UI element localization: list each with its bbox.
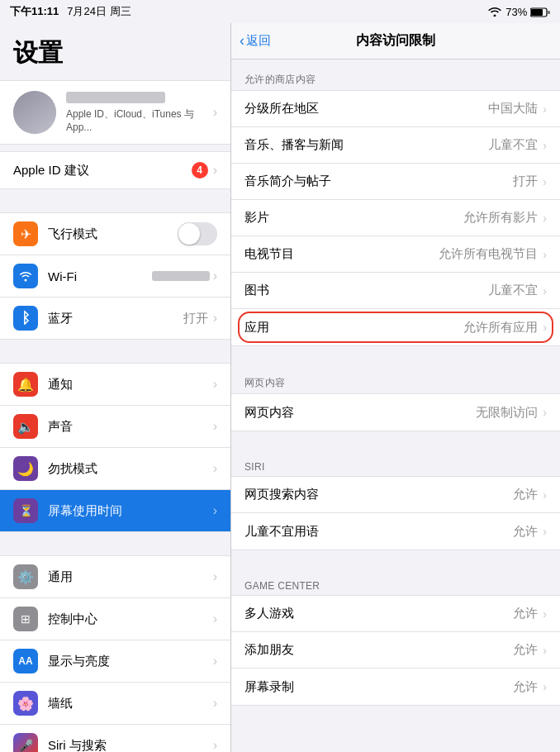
region-label: 分级所在地区	[244, 101, 488, 117]
screenrecord-value: 允许	[513, 679, 538, 695]
explicit-value: 允许	[513, 524, 538, 540]
explicit-label: 儿童不宜用语	[244, 524, 513, 540]
wifi-icon	[488, 7, 501, 17]
movies-label: 影片	[244, 210, 463, 226]
multiplayer-label: 多人游戏	[244, 606, 513, 621]
sidebar-item-siri[interactable]: 🎤 Siri 与搜索 ›	[0, 725, 230, 752]
content-row-music[interactable]: 音乐、播客与新闻 儿童不宜 ›	[231, 127, 560, 164]
nav-bar: ‹ 返回 内容访问限制	[231, 23, 560, 59]
content-group-store: 分级所在地区 中国大陆 › 音乐、播客与新闻 儿童不宜 › 音乐简介与帖子 打开…	[231, 90, 560, 346]
notification-label: 通知	[48, 377, 213, 393]
movies-chevron: ›	[543, 212, 547, 225]
settings-group-system: ⚙️ 通用 › ⊞ 控制中心 › AA 显示与亮度 › 🌸 墙纸 › 🎤 S	[0, 555, 230, 752]
siri-label: Siri 与搜索	[48, 738, 213, 753]
region-value: 中国大陆	[488, 101, 538, 117]
sidebar-item-bluetooth[interactable]: ᛒ 蓝牙 打开 ›	[0, 297, 230, 339]
books-chevron: ›	[543, 284, 547, 297]
content-row-multiplayer[interactable]: 多人游戏 允许 ›	[231, 596, 560, 632]
books-label: 图书	[244, 283, 488, 298]
display-icon: AA	[13, 649, 38, 673]
content-row-region[interactable]: 分级所在地区 中国大陆 ›	[231, 91, 560, 127]
apps-chevron: ›	[543, 321, 547, 334]
nav-back-label: 返回	[246, 33, 271, 49]
sidebar-item-airplane[interactable]: ✈ 飞行模式	[0, 213, 230, 255]
general-icon: ⚙️	[13, 564, 38, 589]
settings-group-connectivity: ✈ 飞行模式 Wi-Fi › ᛒ 蓝牙 打开 ›	[0, 212, 230, 340]
multiplayer-chevron: ›	[543, 607, 547, 621]
apps-value: 允许所有应用	[463, 320, 538, 336]
content-group-web: 网页内容 无限制访问 ›	[231, 393, 560, 431]
display-label: 显示与亮度	[48, 654, 213, 669]
bluetooth-value: 打开	[183, 311, 208, 326]
sound-icon: 🔈	[13, 414, 38, 439]
svg-rect-1	[531, 9, 543, 16]
status-left: 下午11:11 7月24日 周三	[10, 4, 131, 19]
suggestion-label: Apple ID 建议	[13, 163, 192, 178]
content-row-addfriend[interactable]: 添加朋友 允许 ›	[231, 632, 560, 669]
content-row-movies[interactable]: 影片 允许所有影片 ›	[231, 200, 560, 236]
sidebar-item-controlcenter[interactable]: ⊞ 控制中心 ›	[0, 598, 230, 640]
suggestion-row[interactable]: Apple ID 建议 4 ›	[0, 151, 230, 189]
bluetooth-label: 蓝牙	[48, 311, 183, 326]
wallpaper-icon: 🌸	[13, 691, 38, 716]
webcontent-chevron: ›	[543, 406, 547, 419]
music-value: 儿童不宜	[488, 137, 538, 153]
content-row-sirisearch[interactable]: 网页搜索内容 允许 ›	[231, 477, 560, 513]
battery-status: 73%	[505, 6, 550, 18]
display-chevron: ›	[213, 654, 217, 669]
wifi-setting-icon	[13, 264, 38, 288]
addfriend-chevron: ›	[543, 644, 547, 657]
sidebar-item-sound[interactable]: 🔈 声音 ›	[0, 406, 230, 448]
wifi-label: Wi-Fi	[48, 269, 152, 283]
status-right: 73%	[488, 6, 550, 18]
sirisearch-label: 网页搜索内容	[244, 487, 513, 502]
music-chevron: ›	[543, 139, 547, 152]
wifi-value-blur	[152, 271, 210, 281]
airplane-toggle[interactable]	[178, 222, 217, 245]
screenrecord-label: 屏幕录制	[244, 679, 513, 695]
movies-value: 允许所有影片	[463, 210, 538, 226]
screenrecord-chevron: ›	[543, 680, 547, 693]
suggestion-chevron: ›	[213, 163, 217, 178]
bluetooth-icon: ᛒ	[13, 306, 38, 331]
suggestion-badge: 4	[192, 162, 208, 178]
content-group-siri: 网页搜索内容 允许 › 儿童不宜用语 允许 ›	[231, 476, 560, 550]
content-row-webcontent[interactable]: 网页内容 无限制访问 ›	[231, 394, 560, 431]
tv-chevron: ›	[543, 248, 547, 261]
region-chevron: ›	[543, 102, 547, 116]
content-row-tv[interactable]: 电视节目 允许所有电视节目 ›	[231, 236, 560, 273]
sidebar-item-general[interactable]: ⚙️ 通用 ›	[0, 556, 230, 598]
content-row-books[interactable]: 图书 儿童不宜 ›	[231, 273, 560, 309]
content-row-musicprofile[interactable]: 音乐简介与帖子 打开 ›	[231, 164, 560, 200]
content-group-gamecenter: 多人游戏 允许 › 添加朋友 允许 › 屏幕录制 允许 ›	[231, 595, 560, 706]
sidebar-item-dnd[interactable]: 🌙 勿扰模式 ›	[0, 448, 230, 490]
section-header-siri: SIRI	[231, 455, 560, 476]
nav-back-button[interactable]: ‹ 返回	[240, 32, 271, 50]
wallpaper-label: 墙纸	[48, 696, 213, 712]
status-bar: 下午11:11 7月24日 周三 73%	[0, 0, 560, 23]
webcontent-value: 无限制访问	[476, 405, 538, 421]
apps-label: 应用	[244, 320, 463, 336]
music-label: 音乐、播客与新闻	[244, 137, 488, 153]
content-row-explicit[interactable]: 儿童不宜用语 允许 ›	[231, 513, 560, 550]
sidebar-item-screentime[interactable]: ⏳ 屏幕使用时间 ›	[0, 490, 230, 531]
tv-label: 电视节目	[244, 246, 439, 262]
siri-chevron: ›	[213, 738, 217, 752]
sidebar-item-notification[interactable]: 🔔 通知 ›	[0, 364, 230, 406]
settings-group-alerts: 🔔 通知 › 🔈 声音 › 🌙 勿扰模式 › ⏳ 屏幕使用时间 ›	[0, 363, 230, 532]
sidebar-item-display[interactable]: AA 显示与亮度 ›	[0, 640, 230, 683]
profile-info: Apple ID、iCloud、iTunes 与 App...	[66, 92, 213, 133]
sound-chevron: ›	[213, 419, 217, 434]
wifi-chevron: ›	[213, 269, 217, 283]
profile-name-blur	[66, 92, 165, 103]
profile-row[interactable]: Apple ID、iCloud、iTunes 与 App... ›	[0, 80, 230, 145]
sidebar-item-wifi[interactable]: Wi-Fi ›	[0, 255, 230, 297]
content-row-screenrecord[interactable]: 屏幕录制 允许 ›	[231, 669, 560, 705]
screentime-label: 屏幕使用时间	[48, 503, 213, 519]
general-chevron: ›	[213, 569, 217, 584]
sirisearch-chevron: ›	[543, 488, 547, 502]
content-row-apps[interactable]: 应用 允许所有应用 ›	[231, 309, 560, 345]
sidebar-item-wallpaper[interactable]: 🌸 墙纸 ›	[0, 683, 230, 725]
sound-label: 声音	[48, 419, 213, 435]
nav-title: 内容访问限制	[356, 32, 435, 50]
